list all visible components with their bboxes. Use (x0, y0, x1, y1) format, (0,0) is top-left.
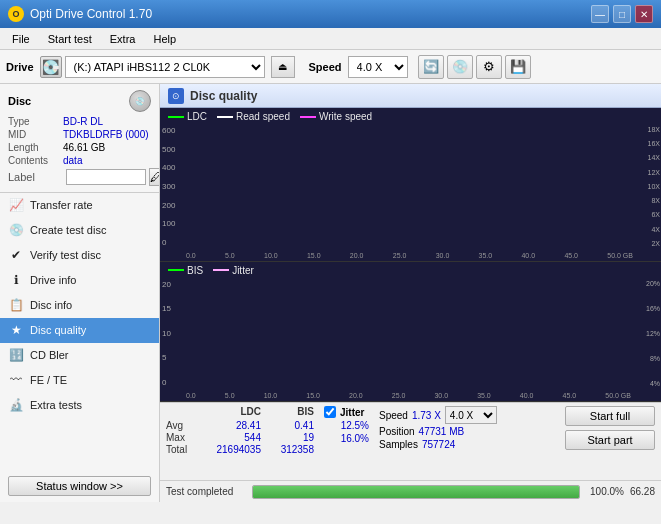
ldc-bis-header: LDC BIS (166, 406, 314, 417)
menu-start-test[interactable]: Start test (40, 31, 100, 47)
transfer-rate-icon: 📈 (8, 197, 24, 213)
progressbar-area: Test completed 100.0% 66.28 (160, 480, 661, 502)
label-edit-button[interactable]: 🖊 (149, 168, 160, 186)
type-value: BD-R DL (63, 116, 103, 127)
avg-row: Avg 28.41 0.41 (166, 420, 314, 431)
sidebar-item-transfer-rate[interactable]: 📈 Transfer rate (0, 193, 159, 218)
drive-label: Drive (6, 61, 34, 73)
chart2-y-left: 20151050 (162, 280, 184, 387)
disc-mid-row: MID TDKBLDRFB (000) (8, 129, 151, 140)
verify-test-disc-icon: ✔ (8, 247, 24, 263)
ldc-bis-stats: LDC BIS Avg 28.41 0.41 Max 544 19 Total … (166, 406, 314, 455)
ldc-col-header: LDC (206, 406, 261, 417)
settings-button[interactable]: ⚙ (476, 55, 502, 79)
menu-extra[interactable]: Extra (102, 31, 144, 47)
create-test-disc-icon: 💿 (8, 222, 24, 238)
legend-bis: BIS (168, 265, 203, 276)
sidebar-item-extra-tests[interactable]: 🔬 Extra tests (0, 393, 159, 418)
menu-help[interactable]: Help (145, 31, 184, 47)
sidebar-item-verify-test-disc[interactable]: ✔ Verify test disc (0, 243, 159, 268)
position-value: 47731 MB (419, 426, 465, 437)
length-label: Length (8, 142, 63, 153)
minimize-button[interactable]: — (591, 5, 609, 23)
chart2-container: BIS Jitter 20151050 20%16%12%8%4% (160, 262, 661, 402)
position-label: Position (379, 426, 415, 437)
main-layout: Disc 💿 Type BD-R DL MID TDKBLDRFB (000) … (0, 84, 661, 502)
charts-area: LDC Read speed Write speed 6005004003002… (160, 108, 661, 402)
drive-select[interactable]: (K:) ATAPI iHBS112 2 CL0K (65, 56, 265, 78)
start-part-button[interactable]: Start part (565, 430, 655, 450)
eject-button[interactable]: ⏏ (271, 56, 295, 78)
sidebar-item-label-disc-quality: Disc quality (30, 324, 86, 336)
legend-ldc: LDC (168, 111, 207, 122)
chart2-canvas (186, 280, 486, 402)
ldc-legend-dot (168, 116, 184, 118)
read-speed-legend-dot (217, 116, 233, 118)
close-button[interactable]: ✕ (635, 5, 653, 23)
length-value: 46.61 GB (63, 142, 105, 153)
chart1-container: LDC Read speed Write speed 6005004003002… (160, 108, 661, 262)
titlebar-left: O Opti Drive Control 1.70 (8, 6, 152, 22)
status-window-button[interactable]: Status window >> (8, 476, 151, 496)
drive-select-wrapper: 💽 (K:) ATAPI iHBS112 2 CL0K (40, 56, 265, 78)
maximize-button[interactable]: □ (613, 5, 631, 23)
mid-label: MID (8, 129, 63, 140)
contents-label: Contents (8, 155, 63, 166)
sidebar-item-label-cd-bler: CD Bler (30, 349, 69, 361)
speed-select[interactable]: 4.0 X (348, 56, 408, 78)
sidebar-item-fe-te[interactable]: 〰 FE / TE (0, 368, 159, 393)
jitter-checkbox[interactable] (324, 406, 336, 418)
app-title: Opti Drive Control 1.70 (30, 7, 152, 21)
main-content: ⊙ Disc quality LDC Read speed Wr (160, 84, 661, 502)
jitter-section: Jitter 12.5% 16.0% (324, 406, 369, 444)
sidebar-item-label-drive-info: Drive info (30, 274, 76, 286)
sidebar-item-label-disc-info: Disc info (30, 299, 72, 311)
total-bis-value: 312358 (269, 444, 314, 455)
sidebar-item-label-verify-test-disc: Verify test disc (30, 249, 101, 261)
save-button[interactable]: 💾 (505, 55, 531, 79)
chart1-canvas (186, 126, 486, 276)
sidebar-item-drive-info[interactable]: ℹ Drive info (0, 268, 159, 293)
write-speed-legend-dot (300, 116, 316, 118)
label-row: Label 🖊 (8, 168, 151, 186)
disc-length-row: Length 46.61 GB (8, 142, 151, 153)
samples-row: Samples 757724 (379, 439, 497, 450)
max-ldc-value: 544 (206, 432, 261, 443)
sidebar-nav: 📈 Transfer rate 💿 Create test disc ✔ Ver… (0, 193, 159, 470)
samples-value: 757724 (422, 439, 455, 450)
jitter-max-row: 16.0% (324, 433, 369, 444)
chart2-legend: BIS Jitter (168, 265, 254, 276)
disc-type-row: Type BD-R DL (8, 116, 151, 127)
write-speed-legend-label: Write speed (319, 111, 372, 122)
action-buttons: Start full Start part (565, 406, 655, 450)
sidebar-item-label-extra-tests: Extra tests (30, 399, 82, 411)
label-input[interactable] (66, 169, 146, 185)
sidebar-item-disc-info[interactable]: 📋 Disc info (0, 293, 159, 318)
progress-pct: 100.0% (586, 486, 624, 497)
legend-jitter: Jitter (213, 265, 254, 276)
sidebar-item-disc-quality[interactable]: ★ Disc quality (0, 318, 159, 343)
drive-toolbar: Drive 💽 (K:) ATAPI iHBS112 2 CL0K ⏏ Spee… (0, 50, 661, 84)
menu-file[interactable]: File (4, 31, 38, 47)
speed-row: Speed 1.73 X 4.0 X (379, 406, 497, 424)
app-icon: O (8, 6, 24, 22)
chart1-y-left: 6005004003002001000 (162, 126, 184, 247)
sidebar-item-label-create-test-disc: Create test disc (30, 224, 106, 236)
sidebar-item-create-test-disc[interactable]: 💿 Create test disc (0, 218, 159, 243)
bis-col-header: BIS (269, 406, 314, 417)
jitter-legend-label: Jitter (232, 265, 254, 276)
legend-read-speed: Read speed (217, 111, 290, 122)
refresh-button[interactable]: 🔄 (418, 55, 444, 79)
disc-button[interactable]: 💿 (447, 55, 473, 79)
progressbar-fill (253, 486, 579, 498)
sidebar-item-cd-bler[interactable]: 🔢 CD Bler (0, 343, 159, 368)
disc-panel-icon: 💿 (129, 90, 151, 112)
speed-select-stats[interactable]: 4.0 X (445, 406, 497, 424)
start-full-button[interactable]: Start full (565, 406, 655, 426)
status-text: Test completed (166, 486, 246, 497)
speed-position-section: Speed 1.73 X 4.0 X Position 47731 MB Sam… (379, 406, 497, 450)
mid-value: TDKBLDRFB (000) (63, 129, 149, 140)
total-row: Total 21694035 312358 (166, 444, 314, 455)
jitter-legend-dot (213, 269, 229, 271)
sidebar: Disc 💿 Type BD-R DL MID TDKBLDRFB (000) … (0, 84, 160, 502)
